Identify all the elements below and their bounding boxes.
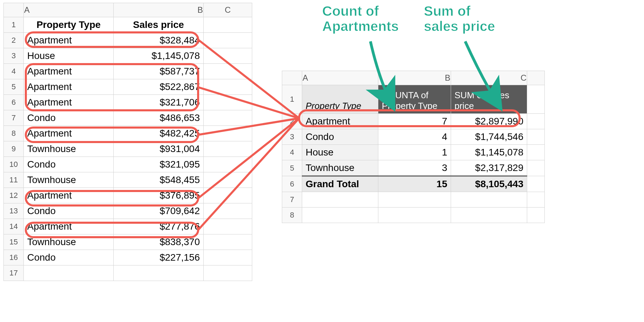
cell-property-type[interactable]: Townhouse [24,141,114,157]
cell-sales-price[interactable]: $321,706 [114,95,204,110]
row-header-10[interactable]: 10 [4,157,24,172]
source-data-table[interactable]: A B C 1 Property Type Sales price 2Apart… [3,3,252,281]
row-header-5[interactable]: 5 [4,79,24,95]
pvt-corner-cell[interactable] [282,71,302,85]
empty-cell[interactable] [378,192,451,208]
empty-cell[interactable] [204,219,252,234]
pvt-cell-count[interactable]: 4 [378,129,451,145]
empty-cell[interactable] [451,208,527,223]
pvt-row-header-7[interactable]: 7 [282,192,302,208]
cell-sales-price[interactable]: $328,484 [114,33,204,48]
pvt-col-header-extra[interactable] [527,71,545,85]
empty-cell[interactable] [204,265,252,281]
pvt-col-header-C[interactable]: C [451,71,527,85]
empty-cell[interactable] [451,192,527,208]
empty-cell[interactable] [527,176,545,192]
cell-property-type[interactable]: Condo [24,157,114,172]
empty-cell[interactable] [527,160,545,176]
cell-sales-price[interactable]: $838,370 [114,234,204,250]
empty-cell[interactable] [378,208,451,223]
corner-cell[interactable] [4,3,24,17]
empty-cell[interactable] [204,95,252,110]
pvt-row-header-6[interactable]: 6 [282,176,302,192]
row-header-15[interactable]: 15 [4,234,24,250]
cell-property-type[interactable]: Condo [24,110,114,126]
cell-property-type[interactable]: Condo [24,203,114,219]
cell-sales-price[interactable]: $931,004 [114,141,204,157]
empty-cell[interactable] [204,33,252,48]
col-header-B[interactable]: B [114,3,204,17]
row-header-6[interactable]: 6 [4,95,24,110]
pvt-row-header-5[interactable]: 5 [282,160,302,176]
empty-cell[interactable] [527,129,545,145]
empty-cell[interactable] [527,192,545,208]
pvt-header-property-type[interactable]: Property Type [302,85,378,114]
pvt-cell-count[interactable]: 3 [378,160,451,176]
empty-cell[interactable] [527,114,545,129]
pvt-cell-sum[interactable]: $1,145,078 [451,145,527,160]
empty-cell[interactable] [204,64,252,79]
pvt-col-header-B[interactable]: B [378,71,451,85]
empty-cell[interactable] [302,208,378,223]
empty-cell[interactable] [204,48,252,64]
cell-sales-price[interactable]: $486,653 [114,110,204,126]
pvt-total-label[interactable]: Grand Total [302,176,378,192]
pvt-cell-sum[interactable]: $2,897,990 [451,114,527,129]
cell-property-type[interactable]: Apartment [24,95,114,110]
pvt-header-counta[interactable]: COUNTA of Property Type [378,85,451,114]
empty-cell[interactable] [527,145,545,160]
empty-cell[interactable] [24,265,114,281]
pvt-cell-sum[interactable]: $1,744,546 [451,129,527,145]
pivot-table[interactable]: A B C 1 Property Type COUNTA of Property… [282,71,545,223]
pvt-cell-count[interactable]: 7 [378,114,451,129]
pvt-row-header-8[interactable]: 8 [282,208,302,223]
col-header-C[interactable]: C [204,3,252,17]
empty-cell[interactable] [204,17,252,33]
empty-cell[interactable] [527,85,545,114]
pvt-total-sum[interactable]: $8,105,443 [451,176,527,192]
row-header-17[interactable]: 17 [4,265,24,281]
pvt-header-sum[interactable]: SUM of Sales price [451,85,527,114]
row-header-9[interactable]: 9 [4,141,24,157]
cell-sales-price[interactable]: $548,455 [114,172,204,188]
cell-sales-price[interactable]: $522,867 [114,79,204,95]
col-header-A[interactable]: A [24,3,114,17]
cell-sales-price[interactable]: $321,095 [114,157,204,172]
pvt-row-header-3[interactable]: 3 [282,129,302,145]
empty-cell[interactable] [204,188,252,203]
cell-property-type[interactable]: Townhouse [24,172,114,188]
pvt-cell-sum[interactable]: $2,317,829 [451,160,527,176]
row-header-7[interactable]: 7 [4,110,24,126]
empty-cell[interactable] [114,265,204,281]
cell-property-type[interactable]: Apartment [24,33,114,48]
pvt-total-count[interactable]: 15 [378,176,451,192]
cell-sales-price[interactable]: $709,642 [114,203,204,219]
empty-cell[interactable] [204,172,252,188]
empty-cell[interactable] [204,126,252,141]
cell-property-type[interactable]: Apartment [24,126,114,141]
cell-property-type[interactable]: Apartment [24,64,114,79]
pvt-cell-type[interactable]: Condo [302,129,378,145]
cell-property-type[interactable]: Condo [24,250,114,265]
cell-sales-price[interactable]: $482,425 [114,126,204,141]
pvt-row-header-2[interactable]: 2 [282,114,302,129]
empty-cell[interactable] [204,141,252,157]
pvt-col-header-A[interactable]: A [302,71,378,85]
cell-sales-price[interactable]: $277,876 [114,219,204,234]
empty-cell[interactable] [527,208,545,223]
cell-property-type[interactable]: Apartment [24,188,114,203]
cell-sales-price[interactable]: $587,737 [114,64,204,79]
empty-cell[interactable] [204,203,252,219]
row-header-1[interactable]: 1 [4,17,24,33]
header-property-type[interactable]: Property Type [24,17,114,33]
row-header-3[interactable]: 3 [4,48,24,64]
cell-property-type[interactable]: Apartment [24,219,114,234]
empty-cell[interactable] [204,250,252,265]
pvt-cell-count[interactable]: 1 [378,145,451,160]
empty-cell[interactable] [302,192,378,208]
empty-cell[interactable] [204,157,252,172]
row-header-13[interactable]: 13 [4,203,24,219]
empty-cell[interactable] [204,79,252,95]
cell-property-type[interactable]: House [24,48,114,64]
pvt-cell-type[interactable]: Apartment [302,114,378,129]
